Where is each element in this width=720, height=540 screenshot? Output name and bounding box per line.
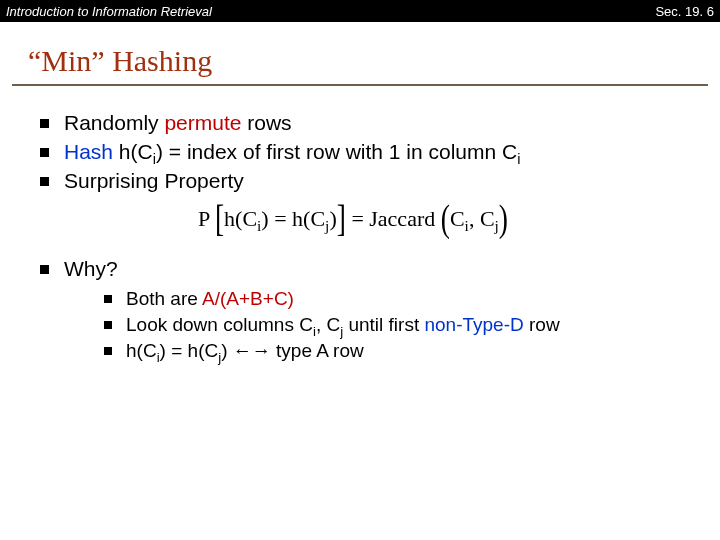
bullet-item: Hash h(Ci) = index of first row with 1 i… bbox=[40, 139, 696, 166]
sub-i: i bbox=[517, 151, 520, 167]
f: , C bbox=[469, 205, 495, 230]
f: ) = h(C bbox=[261, 205, 325, 230]
f: ) bbox=[329, 205, 336, 230]
text: h(C bbox=[113, 140, 153, 163]
text: row bbox=[524, 314, 560, 335]
text: ) = index of first row with 1 in column … bbox=[156, 140, 517, 163]
content-area: Randomly permute rows Hash h(Ci) = index… bbox=[0, 86, 720, 364]
text: rows bbox=[241, 111, 291, 134]
section-ref: Sec. 19. 6 bbox=[655, 4, 714, 19]
course-title: Introduction to Information Retrieval bbox=[6, 4, 212, 19]
top-bar: Introduction to Information Retrieval Se… bbox=[0, 0, 720, 22]
sub-bullet-item: Both are A/(A+B+C) bbox=[104, 287, 696, 311]
f: = Jaccard bbox=[351, 205, 435, 230]
f: C bbox=[450, 205, 465, 230]
f: ) bbox=[499, 194, 508, 242]
bullet-item: Surprising Property bbox=[40, 168, 696, 195]
text: Why? bbox=[64, 257, 118, 280]
bullet-item: Randomly permute rows bbox=[40, 110, 696, 137]
bullet-item: Why? Both are A/(A+B+C) Look down column… bbox=[40, 256, 696, 364]
text: h(C bbox=[126, 340, 157, 361]
text-formula: A/(A+B+C) bbox=[202, 288, 294, 309]
sub-bullet-list: Both are A/(A+B+C) Look down columns Ci,… bbox=[104, 287, 696, 364]
text: Randomly bbox=[64, 111, 164, 134]
sub-bullet-item: h(Ci) = h(Cj) ←→ type A row bbox=[104, 339, 696, 363]
title-area: “Min” Hashing bbox=[0, 22, 720, 82]
text: ) = h(C bbox=[160, 340, 219, 361]
f: [ bbox=[215, 194, 224, 242]
f: h(C bbox=[224, 205, 257, 230]
f: ] bbox=[337, 194, 346, 242]
text: , C bbox=[316, 314, 340, 335]
text: Both are bbox=[126, 288, 202, 309]
bullet-list-2: Why? Both are A/(A+B+C) Look down column… bbox=[40, 256, 696, 364]
text-hash: Hash bbox=[64, 140, 113, 163]
probability-formula: P [h(Ci) = h(Cj)] = Jaccard (Ci, Cj) bbox=[10, 201, 696, 236]
slide-title: “Min” Hashing bbox=[28, 44, 720, 78]
sub-list-wrap: Both are A/(A+B+C) Look down columns Ci,… bbox=[64, 283, 696, 364]
sub-bullet-item: Look down columns Ci, Cj until first non… bbox=[104, 313, 696, 337]
f: ( bbox=[441, 194, 450, 242]
text: ) ←→ type A row bbox=[221, 340, 364, 361]
text-nontyped: non-Type-D bbox=[424, 314, 523, 335]
bullet-list: Randomly permute rows Hash h(Ci) = index… bbox=[40, 110, 696, 195]
f: P bbox=[198, 205, 209, 230]
text-permute: permute bbox=[164, 111, 241, 134]
text: Look down columns C bbox=[126, 314, 313, 335]
text: until first bbox=[343, 314, 424, 335]
text: Surprising Property bbox=[64, 169, 244, 192]
